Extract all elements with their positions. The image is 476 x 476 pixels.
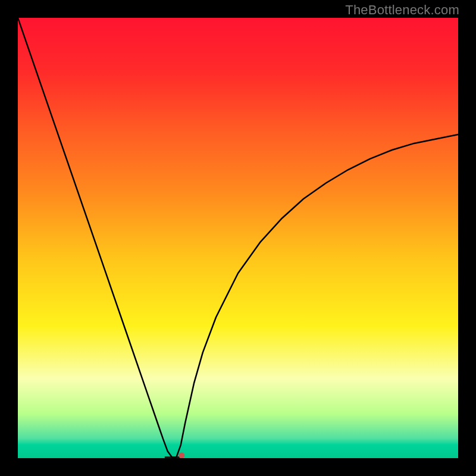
watermark-text: TheBottleneck.com xyxy=(345,2,459,18)
chart-background xyxy=(18,18,458,458)
chart-frame: TheBottleneck.com xyxy=(0,0,476,476)
bottleneck-chart xyxy=(18,18,458,458)
